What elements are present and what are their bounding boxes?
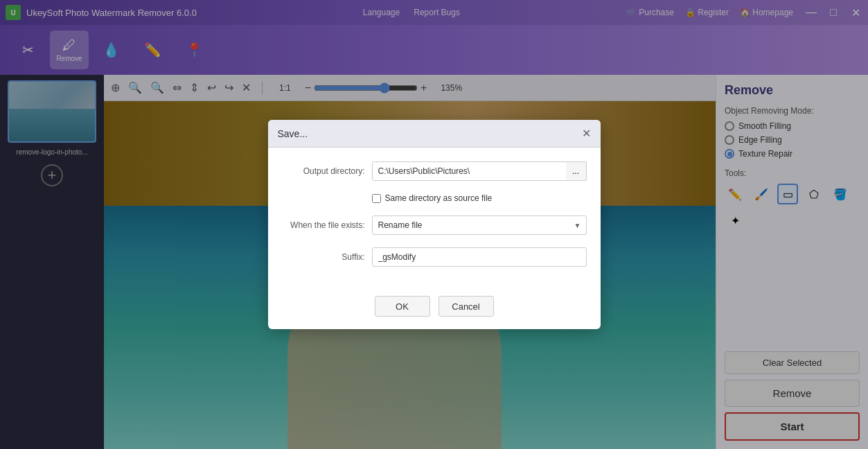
dialog-title: Save... — [278, 128, 308, 139]
output-dir-row: Output directory: ... — [282, 161, 587, 181]
same-dir-row: Same directory as source file — [282, 193, 587, 203]
when-exists-label: When the file exists: — [282, 220, 372, 230]
dialog-body: Output directory: ... Same directory as … — [268, 148, 601, 289]
dialog-title-bar: Save... ✕ — [268, 120, 601, 148]
same-dir-label: Same directory as source file — [385, 193, 493, 203]
output-dir-input[interactable] — [372, 161, 567, 181]
output-dir-label: Output directory: — [282, 166, 372, 176]
dialog-overlay: Save... ✕ Output directory: ... Same dir… — [0, 0, 868, 449]
same-dir-checkbox[interactable] — [372, 194, 381, 203]
when-exists-select-wrapper: Rename file Overwrite Skip — [372, 215, 587, 235]
dialog-footer: OK Cancel — [268, 289, 601, 329]
browse-button[interactable]: ... — [566, 161, 587, 181]
suffix-label: Suffix: — [282, 252, 372, 262]
when-exists-row: When the file exists: Rename file Overwr… — [282, 215, 587, 235]
suffix-row: Suffix: — [282, 247, 587, 267]
dialog-close-button[interactable]: ✕ — [582, 127, 591, 140]
save-dialog: Save... ✕ Output directory: ... Same dir… — [268, 120, 601, 329]
when-exists-select[interactable]: Rename file Overwrite Skip — [372, 215, 587, 235]
dialog-ok-button[interactable]: OK — [375, 296, 430, 317]
suffix-input[interactable] — [372, 247, 587, 267]
dialog-cancel-button[interactable]: Cancel — [439, 296, 494, 317]
